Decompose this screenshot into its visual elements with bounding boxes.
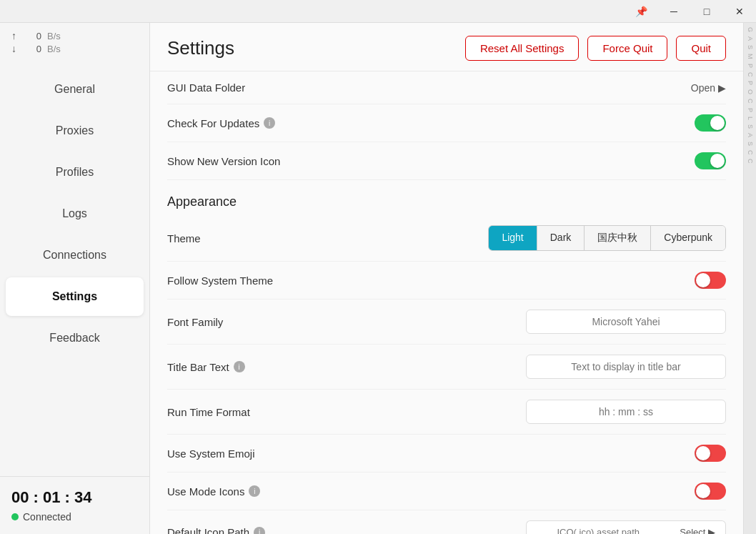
default-icon-path-info-icon[interactable]: i: [254, 527, 265, 535]
strip-item-m: M: [747, 52, 754, 61]
default-icon-path-control: Select ▶: [526, 520, 726, 534]
default-icon-path-row: Default Icon Path i Select ▶: [167, 510, 726, 534]
title-bar-text-input[interactable]: [526, 355, 726, 379]
use-mode-icons-toggle[interactable]: [695, 483, 726, 500]
theme-option-light[interactable]: Light: [489, 226, 537, 250]
connected-dot-icon: [11, 513, 19, 520]
run-time-format-label: Run Time Format: [167, 406, 250, 418]
strip-item-s3: S: [747, 140, 754, 147]
title-bar-text-info-icon[interactable]: i: [234, 361, 245, 372]
title-bar-text-label: Title Bar Text i: [167, 361, 245, 373]
header-buttons: Reset All Settings Force Quit Quit: [465, 36, 726, 61]
strip-item-o: O: [747, 88, 754, 96]
check-updates-label: Check For Updates i: [167, 117, 275, 129]
strip-item-c4: C: [747, 157, 754, 165]
strip-item-p3: P: [747, 107, 754, 114]
app-body: ↑ 0 B/s ↓ 0 B/s General Proxies Profiles…: [0, 23, 756, 534]
download-unit: B/s: [47, 44, 61, 54]
connected-label: Connected: [23, 511, 71, 523]
default-icon-path-input[interactable]: [526, 520, 670, 534]
close-button[interactable]: ✕: [723, 0, 756, 23]
download-value: 0: [26, 44, 41, 54]
show-new-version-toggle[interactable]: [695, 152, 726, 169]
strip-item-s1: S: [747, 44, 754, 51]
theme-option-cyberpunk[interactable]: Cyberpunk: [651, 226, 725, 250]
strip-item-p1: P: [747, 62, 754, 69]
scrollbar-strip: G A S M P C P O C P L S A S C C: [743, 23, 756, 534]
strip-item-a1: A: [747, 35, 754, 42]
download-arrow-icon: ↓: [11, 43, 20, 54]
use-mode-icons-row: Use Mode Icons i: [167, 473, 726, 510]
sidebar-item-connections[interactable]: Connections: [6, 236, 144, 275]
run-time-format-row: Run Time Format: [167, 390, 726, 435]
follow-system-theme-toggle[interactable]: [695, 272, 726, 289]
strip-item-a2: A: [747, 132, 754, 139]
appearance-section-header: Appearance: [167, 180, 726, 215]
upload-unit: B/s: [47, 31, 61, 41]
theme-label: Theme: [167, 232, 201, 244]
default-icon-path-label: Default Icon Path i: [167, 526, 265, 534]
settings-header: Settings Reset All Settings Force Quit Q…: [150, 23, 743, 71]
minimize-button[interactable]: ─: [657, 0, 690, 23]
run-time-format-input[interactable]: [526, 400, 726, 424]
sidebar: ↑ 0 B/s ↓ 0 B/s General Proxies Profiles…: [0, 23, 150, 534]
font-family-row: Font Family: [167, 300, 726, 345]
check-updates-info-icon[interactable]: i: [264, 117, 275, 129]
show-new-version-label: Show New Version Icon: [167, 155, 280, 167]
strip-item-c1: C: [747, 71, 754, 79]
strip-item-s2: S: [747, 123, 754, 130]
use-system-emoji-toggle[interactable]: [695, 445, 726, 462]
strip-item-c2: C: [747, 97, 754, 105]
strip-item-l: L: [747, 115, 754, 122]
force-quit-button[interactable]: Force Quit: [587, 36, 667, 61]
sidebar-item-proxies[interactable]: Proxies: [6, 112, 144, 150]
use-system-emoji-label: Use System Emoji: [167, 448, 255, 460]
strip-item-p2: P: [747, 79, 754, 86]
upload-value: 0: [26, 31, 41, 41]
show-new-version-row: Show New Version Icon: [167, 142, 726, 180]
settings-content: GUI Data Folder Open ▶ Check For Updates…: [150, 71, 743, 534]
sidebar-item-logs[interactable]: Logs: [6, 194, 144, 233]
sidebar-item-general[interactable]: General: [6, 70, 144, 109]
theme-row: Theme Light Dark 国庆中秋 Cyberpunk: [167, 215, 726, 262]
page-title: Settings: [167, 37, 234, 59]
theme-option-guoqing[interactable]: 国庆中秋: [585, 226, 651, 250]
gui-data-folder-label: GUI Data Folder: [167, 81, 245, 94]
theme-option-dark[interactable]: Dark: [537, 226, 585, 250]
pin-button[interactable]: 📌: [625, 0, 657, 23]
use-mode-icons-label: Use Mode Icons i: [167, 485, 260, 498]
reset-all-settings-button[interactable]: Reset All Settings: [465, 36, 580, 61]
gui-data-folder-open[interactable]: Open ▶: [691, 82, 726, 94]
sidebar-item-feedback[interactable]: Feedback: [6, 319, 144, 357]
sidebar-nav: General Proxies Profiles Logs Connection…: [0, 61, 149, 476]
maximize-button[interactable]: □: [690, 0, 723, 23]
strip-item-g: G: [747, 26, 754, 34]
upload-arrow-icon: ↑: [11, 30, 20, 41]
follow-system-theme-row: Follow System Theme: [167, 262, 726, 300]
sidebar-item-settings[interactable]: Settings: [6, 277, 144, 316]
use-mode-icons-info-icon[interactable]: i: [249, 485, 260, 497]
title-bar: 📌 ─ □ ✕: [0, 0, 756, 23]
default-icon-path-select-button[interactable]: Select ▶: [670, 520, 726, 534]
title-bar-text-row: Title Bar Text i: [167, 345, 726, 390]
sidebar-bottom: 00 : 01 : 34 Connected: [0, 476, 149, 534]
timer-display: 00 : 01 : 34: [11, 488, 138, 507]
traffic-stats: ↑ 0 B/s ↓ 0 B/s: [0, 23, 149, 61]
strip-item-c3: C: [747, 149, 754, 157]
check-updates-toggle[interactable]: [695, 114, 726, 132]
main-content: Settings Reset All Settings Force Quit Q…: [150, 23, 743, 534]
follow-system-theme-label: Follow System Theme: [167, 275, 273, 287]
quit-button[interactable]: Quit: [676, 36, 726, 61]
check-updates-row: Check For Updates i: [167, 104, 726, 142]
font-family-label: Font Family: [167, 316, 223, 328]
use-system-emoji-row: Use System Emoji: [167, 435, 726, 473]
theme-selector: Light Dark 国庆中秋 Cyberpunk: [488, 225, 726, 251]
gui-data-folder-row: GUI Data Folder Open ▶: [167, 71, 726, 104]
font-family-input[interactable]: [526, 310, 726, 334]
sidebar-item-profiles[interactable]: Profiles: [6, 153, 144, 192]
